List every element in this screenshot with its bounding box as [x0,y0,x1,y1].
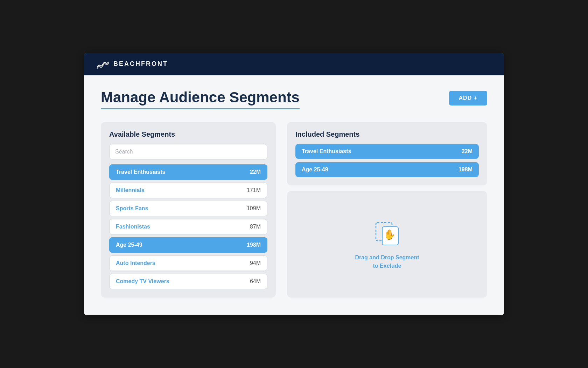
page-title-area: Manage Audience Segments [101,89,300,109]
page-header: Manage Audience Segments ADD + [101,89,487,109]
segment-name: Sports Fans [116,205,148,212]
segment-name: Fashionistas [116,224,150,230]
logo-waves-icon [97,59,109,69]
segment-count: 171M [247,187,261,193]
available-segments-panel: Available Segments Travel Enthusiasts 22… [101,122,276,298]
segment-count: 87M [250,224,261,230]
page-title: Manage Audience Segments [101,89,300,105]
list-item[interactable]: Age 25-49 198M [295,162,479,177]
segment-count: 64M [250,278,261,285]
list-item[interactable]: Travel Enthusiasts 22M [109,164,267,180]
app-container: BEACHFRONT Manage Audience Segments ADD … [84,53,504,315]
segment-name: Travel Enthusiasts [116,169,165,175]
segment-name: Auto Intenders [116,260,155,266]
included-segments-title: Included Segments [295,130,479,138]
included-segment-list: Travel Enthusiasts 22M Age 25-49 198M [295,144,479,177]
list-item[interactable]: Comedy TV Viewers 64M [109,274,267,289]
segment-name: Age 25-49 [116,242,142,248]
segment-name: Comedy TV Viewers [116,278,169,285]
included-segment-name: Age 25-49 [302,166,328,173]
list-item[interactable]: Fashionistas 87M [109,219,267,234]
segment-count: 109M [247,205,261,212]
list-item[interactable]: Age 25-49 198M [109,237,267,253]
main-content: Manage Audience Segments ADD + Available… [84,75,504,315]
list-item[interactable]: Travel Enthusiasts 22M [295,144,479,159]
included-segment-count: 198M [458,166,472,173]
exclude-panel: ✋ Drag and Drop Segment to Exclude [287,191,487,298]
page-title-underline [101,108,300,109]
list-item[interactable]: Sports Fans 109M [109,201,267,216]
drag-drop-text: Drag and Drop Segment to Exclude [355,253,419,270]
svg-text:✋: ✋ [384,229,396,240]
segment-list: Travel Enthusiasts 22M Millennials 171M … [109,164,267,289]
logo-text: BEACHFRONT [113,60,168,68]
add-button[interactable]: ADD + [449,91,487,105]
right-panels: Included Segments Travel Enthusiasts 22M… [287,122,487,298]
available-segments-title: Available Segments [109,130,267,138]
segment-count: 198M [247,242,261,248]
included-segment-count: 22M [462,148,472,155]
segment-count: 22M [250,169,261,175]
search-input[interactable] [109,144,267,159]
included-segment-name: Travel Enthusiasts [302,148,351,155]
segment-name: Millennials [116,187,145,193]
header: BEACHFRONT [84,53,504,75]
drag-drop-icon: ✋ [373,218,401,248]
logo-area: BEACHFRONT [97,59,168,69]
segment-count: 94M [250,260,261,266]
panels-container: Available Segments Travel Enthusiasts 22… [101,122,487,298]
list-item[interactable]: Millennials 171M [109,183,267,198]
list-item[interactable]: Auto Intenders 94M [109,255,267,271]
included-segments-panel: Included Segments Travel Enthusiasts 22M… [287,122,487,185]
